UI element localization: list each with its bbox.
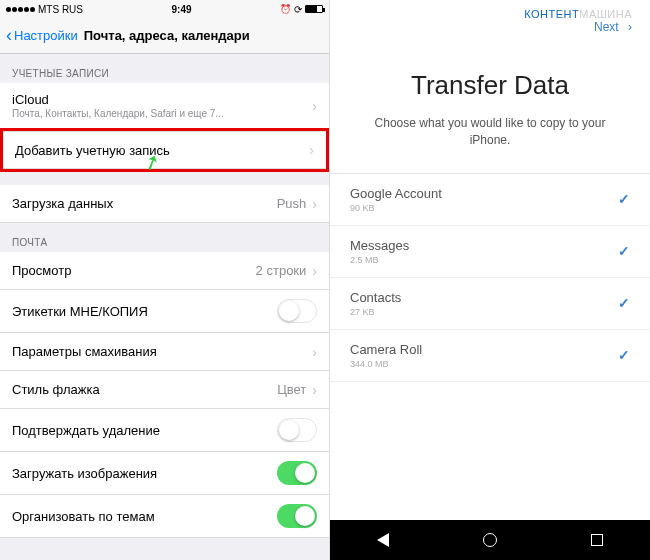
carrier-label: MTS RUS xyxy=(38,4,83,15)
settings-table: УЧЕТНЫЕ ЗАПИСИ iCloud Почта, Контакты, К… xyxy=(0,54,329,560)
item-title: Camera Roll xyxy=(350,342,422,357)
chevron-right-icon: › xyxy=(312,196,317,212)
chevron-right-icon: › xyxy=(309,142,314,158)
cell-fetch[interactable]: Загрузка данных Push › xyxy=(0,185,329,223)
android-nav-bar xyxy=(330,520,650,560)
item-size: 27 KB xyxy=(350,307,401,317)
cell-title: Загрузка данных xyxy=(12,196,113,211)
ios-settings-screen: MTS RUS 9:49 ⏰ ⟳ ‹ Настройки Почта, адре… xyxy=(0,0,330,560)
section-header-mail: ПОЧТА xyxy=(0,223,329,252)
back-icon[interactable] xyxy=(377,533,389,547)
toggle-cc-labels[interactable] xyxy=(277,299,317,323)
cell-confirm-delete[interactable]: Подтверждать удаление xyxy=(0,409,329,452)
page-title: Почта, адреса, календари xyxy=(84,28,250,43)
cell-title: Загружать изображения xyxy=(12,466,157,481)
chevron-right-icon: › xyxy=(312,382,317,398)
header: КОНТЕНТМАШИНА xyxy=(330,0,650,20)
orientation-lock-icon: ⟳ xyxy=(294,4,302,15)
chevron-right-icon: › xyxy=(312,263,317,279)
check-icon: ✓ xyxy=(618,243,630,259)
cell-title: Организовать по темам xyxy=(12,509,155,524)
check-icon: ✓ xyxy=(618,347,630,363)
status-bar: MTS RUS 9:49 ⏰ ⟳ xyxy=(0,0,329,18)
cell-flag-style[interactable]: Стиль флажка Цвет › xyxy=(0,371,329,409)
list-item[interactable]: Google Account 90 KB ✓ xyxy=(330,174,650,226)
nav-bar: ‹ Настройки Почта, адреса, календари xyxy=(0,18,329,54)
cell-preview[interactable]: Просмотр 2 строки › xyxy=(0,252,329,290)
cell-title: Просмотр xyxy=(12,263,71,278)
cell-title: Стиль флажка xyxy=(12,382,100,397)
check-icon: ✓ xyxy=(618,295,630,311)
page-title: Transfer Data xyxy=(330,70,650,101)
cell-add-account[interactable]: Добавить учетную запись › xyxy=(3,131,326,169)
transfer-list: Google Account 90 KB ✓ Messages 2.5 MB ✓… xyxy=(330,173,650,382)
cell-title: Добавить учетную запись xyxy=(15,143,170,158)
chevron-right-icon[interactable]: › xyxy=(625,20,632,34)
cell-value: 2 строки xyxy=(256,263,307,278)
back-chevron-icon[interactable]: ‹ xyxy=(6,25,12,46)
list-item[interactable]: Camera Roll 344.0 MB ✓ xyxy=(330,330,650,382)
highlight-annotation: Добавить учетную запись › ➚ xyxy=(0,128,329,172)
clock: 9:49 xyxy=(171,4,191,15)
chevron-right-icon: › xyxy=(312,344,317,360)
toggle-organize-thread[interactable] xyxy=(277,504,317,528)
battery-icon xyxy=(305,5,323,13)
item-title: Messages xyxy=(350,238,409,253)
cell-title: Этикетки МНЕ/КОПИЯ xyxy=(12,304,148,319)
list-item[interactable]: Contacts 27 KB ✓ xyxy=(330,278,650,330)
cell-cc-labels[interactable]: Этикетки МНЕ/КОПИЯ xyxy=(0,290,329,333)
cell-organize-thread[interactable]: Организовать по темам xyxy=(0,495,329,538)
home-icon[interactable] xyxy=(483,533,497,547)
item-size: 90 KB xyxy=(350,203,442,213)
cell-subtitle: Почта, Контакты, Календари, Safari и еще… xyxy=(12,108,224,119)
section-header-accounts: УЧЕТНЫЕ ЗАПИСИ xyxy=(0,54,329,83)
item-size: 344.0 MB xyxy=(350,359,422,369)
cell-title: Подтверждать удаление xyxy=(12,423,160,438)
cell-load-images[interactable]: Загружать изображения xyxy=(0,452,329,495)
item-title: Google Account xyxy=(350,186,442,201)
cell-title: iCloud xyxy=(12,92,224,107)
alarm-icon: ⏰ xyxy=(280,4,291,14)
watermark-part2: МАШИНА xyxy=(579,8,632,20)
back-button[interactable]: Настройки xyxy=(14,28,78,43)
page-subtitle: Choose what you would like to copy to yo… xyxy=(330,101,650,173)
item-title: Contacts xyxy=(350,290,401,305)
cell-icloud[interactable]: iCloud Почта, Контакты, Календари, Safar… xyxy=(0,83,329,129)
cell-swipe-options[interactable]: Параметры смахивания › xyxy=(0,333,329,371)
recent-apps-icon[interactable] xyxy=(591,534,603,546)
cell-value: Цвет xyxy=(277,382,306,397)
watermark-part1: КОНТЕНТ xyxy=(524,8,579,20)
cell-title: Параметры смахивания xyxy=(12,344,157,359)
android-transfer-screen: КОНТЕНТМАШИНА Next › Transfer Data Choos… xyxy=(330,0,650,560)
item-size: 2.5 MB xyxy=(350,255,409,265)
cell-value: Push xyxy=(277,196,307,211)
list-item[interactable]: Messages 2.5 MB ✓ xyxy=(330,226,650,278)
check-icon: ✓ xyxy=(618,191,630,207)
toggle-confirm-delete[interactable] xyxy=(277,418,317,442)
chevron-right-icon: › xyxy=(312,98,317,114)
signal-icon xyxy=(6,7,35,12)
toggle-load-images[interactable] xyxy=(277,461,317,485)
next-button[interactable]: Next xyxy=(594,20,619,34)
